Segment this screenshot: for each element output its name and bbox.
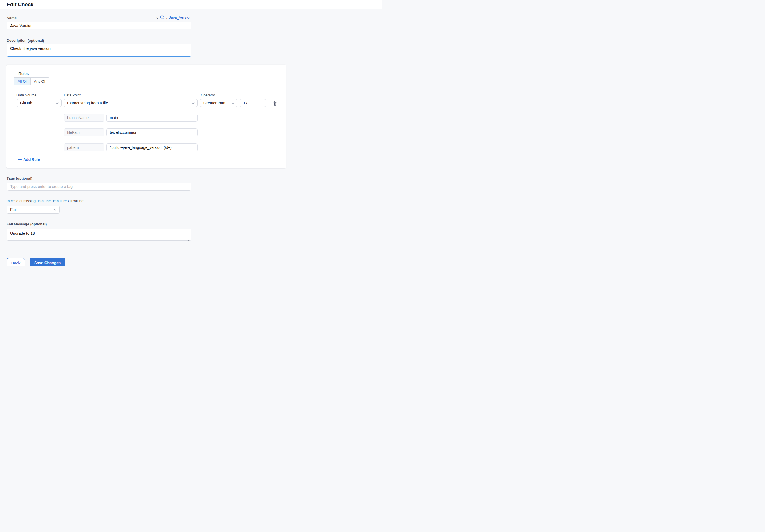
missing-data-value: Fail — [10, 208, 52, 212]
match-type-toggle: All Of Any Of — [14, 77, 49, 85]
data-source-select[interactable]: GitHub — [17, 99, 62, 107]
check-id-row: Id : Java_Version — [7, 15, 191, 20]
any-of-button[interactable]: Any Of — [31, 78, 49, 85]
rules-title: Rules — [18, 71, 29, 76]
info-icon[interactable] — [160, 15, 164, 20]
chevron-down-icon — [232, 101, 235, 105]
add-rule-button[interactable]: Add Rule — [18, 157, 40, 162]
param-key-branchName: branchName — [64, 114, 104, 122]
id-label: Id — [156, 15, 159, 20]
chevron-down-icon — [192, 101, 195, 105]
delete-rule-button[interactable] — [272, 100, 278, 108]
add-rule-label: Add Rule — [23, 157, 40, 162]
data-point-select[interactable]: Extract string from a file — [64, 99, 198, 107]
param-key-filePath: filePath — [64, 129, 104, 137]
tags-input[interactable] — [7, 183, 191, 191]
page-title: Edit Check — [7, 0, 33, 9]
description-textarea[interactable] — [7, 44, 191, 57]
page-header: Edit Check — [0, 0, 382, 9]
data-point-label: Data Point — [64, 93, 81, 97]
rules-card: Rules All Of Any Of Data Source Data Poi… — [6, 65, 286, 168]
check-id-link[interactable]: Java_Version — [169, 15, 191, 20]
name-input[interactable] — [7, 22, 191, 29]
param-value-filePath-input[interactable] — [106, 129, 198, 137]
tags-label: Tags (optional) — [7, 176, 32, 180]
param-value-pattern-input[interactable] — [106, 144, 198, 152]
plus-icon — [18, 158, 22, 161]
id-separator: : — [166, 15, 167, 20]
operator-threshold-input[interactable] — [240, 99, 266, 107]
data-point-value: Extract string from a file — [67, 101, 190, 105]
chevron-down-icon — [54, 208, 57, 212]
fail-message-label: Fail Message (optional) — [7, 222, 47, 226]
operator-value: Greater than — [204, 101, 229, 105]
description-label: Description (optional) — [7, 39, 44, 43]
back-button[interactable]: Back — [7, 258, 25, 266]
missing-data-label: In case of missing data, the default res… — [7, 199, 84, 203]
param-value-branchName-input[interactable] — [106, 114, 198, 122]
chevron-down-icon — [56, 101, 59, 105]
missing-data-select[interactable]: Fail — [7, 206, 60, 214]
param-key-pattern: pattern — [64, 144, 104, 152]
edit-check-page: Edit Check Name Id : Java_Version Descri… — [0, 0, 382, 266]
all-of-button[interactable]: All Of — [14, 78, 30, 85]
operator-label: Operator — [201, 93, 215, 97]
operator-select[interactable]: Greater than — [200, 99, 238, 107]
data-source-value: GitHub — [20, 101, 54, 105]
data-source-label: Data Source — [16, 93, 36, 97]
save-changes-button[interactable]: Save Changes — [30, 258, 65, 266]
trash-icon — [272, 103, 278, 107]
fail-message-textarea[interactable] — [7, 229, 191, 241]
